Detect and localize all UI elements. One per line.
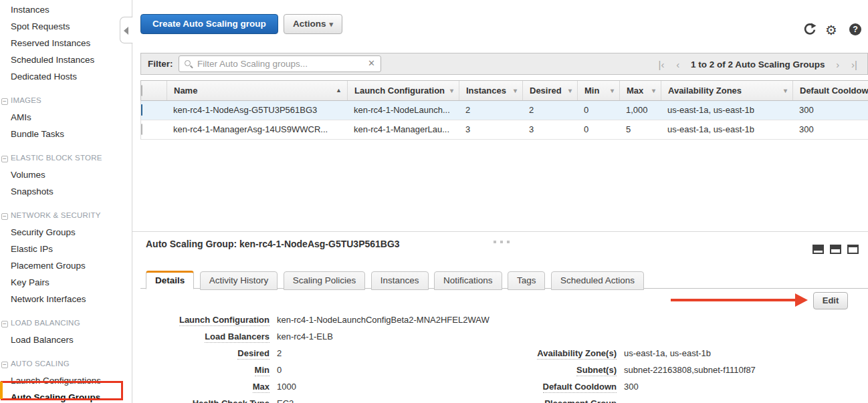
- collapse-section-icon[interactable]: −: [1, 362, 8, 368]
- field-label-text[interactable]: Load Balancers: [205, 331, 269, 343]
- field-value: us-east-1a, us-east-1b: [624, 348, 711, 360]
- sidebar-item-elastic-ips[interactable]: Elastic IPs: [0, 241, 132, 257]
- column-header-min[interactable]: Min▾: [577, 81, 619, 100]
- sidebar-item-security-groups[interactable]: Security Groups: [0, 224, 132, 241]
- sidebar-item-amis[interactable]: AMIs: [0, 109, 132, 126]
- sidebar-section-auto-scaling[interactable]: −AUTO SCALING: [0, 356, 132, 372]
- clear-filter-icon[interactable]: ✕: [368, 58, 375, 68]
- create-auto-scaling-group-button[interactable]: Create Auto Scaling group: [140, 14, 278, 34]
- detail-tabbar: Details Activity History Scaling Policie…: [140, 269, 868, 289]
- cell-launch-configuration: ken-rc4-1-ManagerLau...: [347, 120, 459, 139]
- tab-activity-history[interactable]: Activity History: [200, 271, 278, 290]
- collapse-section-icon[interactable]: −: [1, 321, 8, 327]
- table-row[interactable]: ken-rc4-1-NodeAsg-G5TU3P561BG3 ken-rc4-1…: [140, 101, 868, 120]
- row-checkbox[interactable]: [141, 120, 167, 139]
- gear-icon[interactable]: ⚙: [824, 23, 839, 37]
- sidebar-item-key-pairs[interactable]: Key Pairs: [0, 274, 132, 291]
- sidebar-item-bundle-tasks[interactable]: Bundle Tasks: [0, 126, 132, 142]
- tab-notifications[interactable]: Notifications: [434, 271, 502, 290]
- sidebar-item-dedicated-hosts[interactable]: Dedicated Hosts: [0, 68, 132, 85]
- pagination-prev-icon[interactable]: ‹: [671, 59, 684, 70]
- pagination-first-icon[interactable]: |‹: [654, 59, 669, 70]
- section-title: NETWORK & SECURITY: [11, 211, 101, 219]
- tab-tags[interactable]: Tags: [508, 271, 546, 290]
- field-label-text[interactable]: Launch Configuration: [179, 315, 269, 326]
- field-label: Desired: [146, 348, 269, 360]
- column-header-max[interactable]: Max▾: [619, 81, 661, 100]
- sidebar-item-snapshots[interactable]: Snapshots: [0, 183, 132, 200]
- sidebar-section-network-security[interactable]: −NETWORK & SECURITY: [0, 207, 132, 224]
- sidebar-item-launch-configurations[interactable]: Launch Configurations: [0, 372, 132, 389]
- collapse-section-icon[interactable]: −: [1, 98, 8, 105]
- actions-button[interactable]: Actions▾: [284, 14, 342, 34]
- collapse-section-icon[interactable]: −: [1, 156, 8, 162]
- column-header-availability-zones[interactable]: Availability Zones▾: [661, 81, 792, 100]
- tab-details[interactable]: Details: [146, 271, 194, 289]
- sidebar-collapse-handle[interactable]: [120, 17, 133, 43]
- layout-medium-panel-icon[interactable]: [830, 245, 841, 254]
- field-value: subnet-22163808,subnet-f1110f87: [624, 364, 756, 376]
- field-label-text[interactable]: Desired: [237, 348, 269, 360]
- field-availability-zones: Availability Zone(s) us-east-1a, us-east…: [502, 348, 756, 364]
- sidebar-item-scheduled-instances[interactable]: Scheduled Instances: [0, 51, 132, 68]
- sidebar-item-auto-scaling-groups[interactable]: Auto Scaling Groups: [0, 389, 132, 403]
- column-header-default-cooldown[interactable]: Default Cooldown: [792, 81, 868, 100]
- pagination-last-icon[interactable]: ›|: [847, 59, 862, 70]
- field-label: Subnet(s): [502, 364, 617, 376]
- sidebar-item-spot-requests[interactable]: Spot Requests: [0, 18, 132, 35]
- panel-resize-handle[interactable]: [494, 234, 514, 246]
- pagination-label: 1 to 2 of 2 Auto Scaling Groups: [687, 59, 829, 70]
- field-label: Placement Group: [502, 398, 617, 403]
- sidebar-item-network-interfaces[interactable]: Network Interfaces: [0, 291, 132, 307]
- cell-desired: 2: [522, 101, 577, 120]
- column-header-desired[interactable]: Desired▾: [522, 81, 577, 100]
- sidebar-item-placement-groups[interactable]: Placement Groups: [0, 257, 132, 274]
- tab-scaling-policies[interactable]: Scaling Policies: [284, 271, 366, 290]
- sidebar-section-load-balancing[interactable]: −LOAD BALANCING: [0, 315, 132, 331]
- pagination-next-icon[interactable]: ›: [831, 59, 844, 70]
- field-label-text[interactable]: Subnet(s): [576, 365, 617, 376]
- field-label-text[interactable]: Availability Zone(s): [537, 348, 617, 360]
- layout-small-panel-icon[interactable]: [812, 245, 824, 254]
- layout-large-panel-icon[interactable]: [847, 245, 859, 254]
- row-checkbox[interactable]: [141, 101, 167, 120]
- header-label: Min: [584, 86, 599, 96]
- column-header-instances[interactable]: Instances▾: [459, 81, 522, 100]
- field-label-text[interactable]: Health Check Type: [193, 398, 269, 403]
- edit-button[interactable]: Edit: [813, 292, 848, 309]
- column-header-name[interactable]: Name▲: [167, 81, 347, 100]
- sidebar-section-ebs[interactable]: −ELASTIC BLOCK STORE: [0, 150, 132, 166]
- pagination: |‹ ‹ 1 to 2 of 2 Auto Scaling Groups › ›…: [654, 53, 862, 74]
- sidebar-item-volumes[interactable]: Volumes: [0, 166, 132, 183]
- tab-scheduled-actions[interactable]: Scheduled Actions: [551, 271, 644, 290]
- sidebar-item-load-balancers[interactable]: Load Balancers: [0, 331, 132, 348]
- field-label: Min: [146, 364, 269, 376]
- help-icon[interactable]: ?: [848, 23, 863, 37]
- collapse-section-icon[interactable]: −: [1, 213, 8, 220]
- cell-launch-configuration: ken-rc4-1-NodeLaunch...: [347, 101, 459, 120]
- field-label: Availability Zone(s): [502, 348, 617, 360]
- sidebar-item-reserved-instances[interactable]: Reserved Instances: [0, 35, 132, 51]
- select-all-checkbox[interactable]: [141, 81, 167, 100]
- column-header-launch-configuration[interactable]: Launch Configuration▾: [347, 81, 459, 100]
- tab-instances[interactable]: Instances: [371, 271, 429, 290]
- header-label: Max: [627, 86, 643, 96]
- refresh-icon[interactable]: [802, 23, 817, 37]
- field-label-text[interactable]: Default Cooldown: [543, 382, 617, 393]
- field-label-text[interactable]: Max: [253, 382, 269, 393]
- field-label-text[interactable]: Placement Group: [544, 398, 617, 403]
- filter-search-box[interactable]: ✕: [179, 55, 381, 72]
- search-icon: [185, 60, 191, 66]
- detail-fields-right: Availability Zone(s) us-east-1a, us-east…: [502, 348, 756, 403]
- header-label: Name: [174, 86, 197, 96]
- filter-search-input[interactable]: [197, 57, 362, 71]
- sidebar-section-images[interactable]: −IMAGES: [0, 92, 132, 109]
- table-row[interactable]: ken-rc4-1-ManagerAsg-14US9WWCR... ken-rc…: [140, 120, 868, 140]
- sidebar-item-instances[interactable]: Instances: [0, 1, 132, 18]
- field-value: 300: [624, 381, 639, 393]
- cell-max: 5: [619, 120, 661, 139]
- section-title: AUTO SCALING: [11, 360, 70, 368]
- field-value: ken-rc4-1-NodeLaunchConfigBeta2-MNA2HFEL…: [277, 314, 490, 326]
- field-label-text[interactable]: Min: [255, 365, 269, 376]
- field-label: Max: [146, 381, 269, 393]
